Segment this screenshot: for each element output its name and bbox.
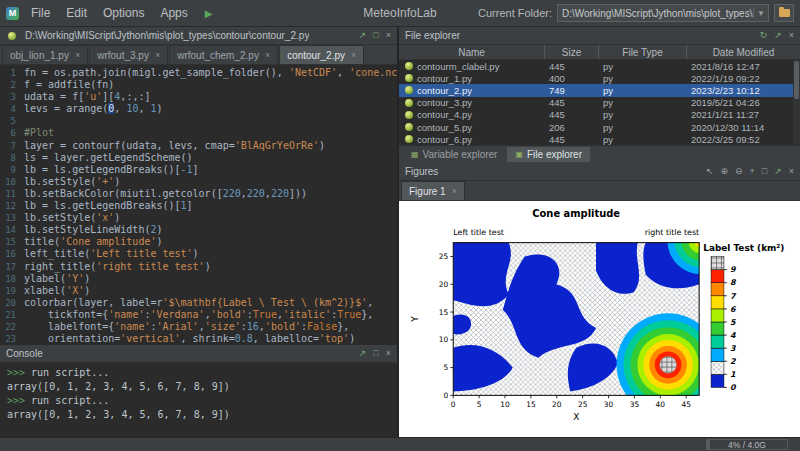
code-line: 4levs = arange(0, 10, 1): [0, 103, 397, 115]
code-line: 17right_title('right title test'): [0, 261, 397, 273]
tab-variable-explorer[interactable]: ▦Variable explorer: [403, 147, 505, 162]
figure-canvas[interactable]: 0510152025303540450510152025Cone amplitu…: [399, 201, 800, 437]
column-header-date[interactable]: Date Modified: [687, 45, 800, 59]
zoom-out-icon[interactable]: ⊖: [735, 167, 743, 176]
float-panel-icon[interactable]: ↗: [774, 167, 782, 176]
close-tab-icon[interactable]: ×: [351, 50, 356, 60]
table-row[interactable]: contour_6.py445py2022/3/25 09:52: [399, 133, 800, 145]
menu-edit[interactable]: Edit: [58, 2, 95, 24]
close-panel-icon[interactable]: ×: [386, 349, 391, 358]
file-size-cell: 206: [545, 122, 599, 133]
figures-panel-header: Figures ↖⊕⊖+□↗×: [399, 163, 800, 181]
code-line: 3udata = f['u'][4,:,:]: [0, 91, 397, 103]
status-bar: 4% / 4.0G: [0, 437, 800, 451]
editor-tab-wrfout_3.py[interactable]: wrfout_3.py×: [89, 45, 168, 64]
chevron-down-icon[interactable]: ▾: [753, 8, 768, 18]
float-panel-icon[interactable]: ↗: [774, 31, 782, 40]
editor-tab-obj_lion_1.py[interactable]: obj_lion_1.py×: [2, 45, 88, 64]
close-panel-icon[interactable]: ×: [789, 167, 794, 176]
code-line: 2f = addfile(fn): [0, 79, 397, 91]
editor-tab-contour_2.py[interactable]: contour_2.py×: [279, 45, 364, 64]
py-file-icon: [405, 74, 413, 82]
pan-icon[interactable]: +: [749, 167, 754, 176]
menu-file[interactable]: File: [23, 2, 58, 24]
code-line: 8ls = layer.getLegendScheme(): [0, 152, 397, 164]
code-line: 16left_title('Left title test'): [0, 248, 397, 260]
file-date-cell: 2021/8/16 12:47: [687, 61, 800, 72]
console-panel-header: Console ↗□×: [0, 345, 397, 363]
close-panel-icon[interactable]: ×: [386, 31, 391, 40]
code-editor[interactable]: 1fn = os.path.join(migl.get_sample_folde…: [0, 65, 397, 345]
close-tab-icon[interactable]: ×: [265, 50, 270, 60]
code-text: orientation='vertical', shrink=0.8, labe…: [24, 333, 355, 345]
editor-panel-header: D:\Working\MIScript\Jython\mis\plot_type…: [0, 27, 397, 45]
py-file-icon: [405, 99, 413, 107]
full-extent-icon[interactable]: □: [762, 167, 767, 176]
file-name-cell: contourm_clabel.py: [399, 61, 545, 72]
code-text: f = addfile(fn): [24, 79, 114, 91]
table-row[interactable]: contour_2.py749py2023/2/23 10:12: [399, 84, 800, 96]
editor-file-path: D:\Working\MIScript\Jython\mis\plot_type…: [25, 30, 309, 41]
file-type-cell: py: [599, 97, 687, 108]
maximize-panel-icon[interactable]: □: [373, 31, 378, 40]
line-number: 14: [0, 224, 24, 236]
colorbar-label: Label Test (km²): [703, 243, 784, 253]
table-row[interactable]: contour_3.py445py2019/5/21 04:26: [399, 97, 800, 109]
file-type-cell: py: [599, 73, 687, 84]
line-number: 22: [0, 321, 24, 333]
line-number: 9: [0, 164, 24, 176]
window-title: MeteoInfoLab: [363, 6, 436, 20]
line-number: 1: [0, 67, 24, 79]
cursor-icon[interactable]: ↖: [706, 167, 714, 176]
code-text: udata = f['u'][4,:,:]: [24, 91, 150, 103]
contour-plot: 0510152025303540450510152025Cone amplitu…: [399, 201, 800, 437]
main-area: D:\Working\MIScript\Jython\mis\plot_type…: [0, 27, 800, 437]
code-text: lb.setStyleLineWidth(2): [24, 224, 163, 236]
column-header-size[interactable]: Size: [545, 45, 599, 59]
zoom-in-icon[interactable]: ⊕: [720, 167, 728, 176]
float-panel-icon[interactable]: ↗: [359, 31, 367, 40]
code-text: lb = ls.getLegendBreaks()[1]: [24, 200, 193, 212]
console-output[interactable]: >>> run script...array([0, 1, 2, 3, 4, 5…: [0, 363, 397, 437]
py-file-icon: [405, 86, 413, 94]
file-date-cell: 2019/5/21 04:26: [687, 97, 800, 108]
current-folder-combobox[interactable]: D:\Working\MIScript\Jython\mis\plot_type…: [557, 4, 769, 22]
table-row[interactable]: contour_4.py445py2021/1/21 11:27: [399, 109, 800, 121]
menu-options[interactable]: Options: [95, 2, 152, 24]
column-header-name[interactable]: Name: [399, 45, 545, 59]
scrollbar[interactable]: [793, 60, 800, 145]
close-tab-icon[interactable]: ×: [155, 50, 160, 60]
scrollbar-thumb[interactable]: [794, 61, 799, 99]
memory-usage: 4% / 4.0G: [706, 439, 788, 450]
run-script-icon[interactable]: ▶: [196, 8, 222, 19]
line-number: 8: [0, 152, 24, 164]
figure-tab[interactable]: Figure 1×: [401, 181, 465, 200]
file-size-cell: 749: [545, 85, 599, 96]
float-panel-icon[interactable]: ↗: [359, 349, 367, 358]
console-prompt: >>>: [7, 367, 25, 378]
file-date-cell: 2020/12/30 11:14: [687, 122, 800, 133]
browse-folder-button[interactable]: [774, 4, 794, 22]
figures-toolbar: ↖⊕⊖+□↗×: [706, 167, 794, 176]
close-panel-icon[interactable]: ×: [789, 31, 794, 40]
file-list-icon: ▣: [515, 150, 523, 159]
table-row[interactable]: contour_5.py206py2020/12/30 11:14: [399, 121, 800, 133]
console-text: array([0, 1, 2, 3, 4, 5, 6, 7, 8, 9]): [7, 381, 230, 392]
editor-tab-wrfout_chem_2.py[interactable]: wrfout_chem_2.py×: [169, 45, 278, 64]
line-number: 10: [0, 176, 24, 188]
figure-tabbar: Figure 1×: [399, 181, 800, 201]
code-line: 9lb = ls.getLegendBreaks()[-1]: [0, 164, 397, 176]
svg-text:15: 15: [526, 400, 536, 409]
menu-apps[interactable]: Apps: [152, 2, 195, 24]
refresh-icon[interactable]: ↻: [760, 31, 768, 40]
table-row[interactable]: contour_1.py400py2022/1/19 09:22: [399, 72, 800, 84]
close-tab-icon[interactable]: ×: [452, 186, 457, 196]
svg-text:0: 0: [451, 400, 456, 409]
table-row[interactable]: contourm_clabel.py445py2021/8/16 12:47: [399, 60, 800, 72]
tab-file-explorer[interactable]: ▣File explorer: [507, 147, 590, 162]
file-name-cell: contour_2.py: [399, 85, 545, 96]
column-header-type[interactable]: File Type: [599, 45, 687, 59]
maximize-panel-icon[interactable]: □: [373, 349, 378, 358]
code-line: 21 tickfont={'name':'Verdana','bold':Tru…: [0, 309, 397, 321]
close-tab-icon[interactable]: ×: [75, 50, 80, 60]
